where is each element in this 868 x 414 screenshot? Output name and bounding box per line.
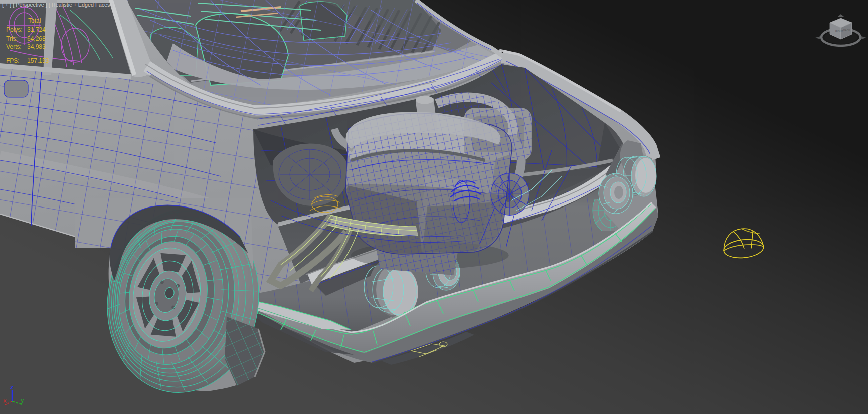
svg-text:Total: Total [28, 17, 41, 24]
svg-text:Polys:: Polys: [6, 26, 23, 33]
svg-text:157.153: 157.153 [27, 57, 49, 64]
svg-text:z: z [10, 383, 14, 391]
svg-text:BACK: BACK [843, 29, 850, 32]
svg-text:64,268: 64,268 [27, 35, 46, 42]
svg-text:x: x [3, 397, 7, 404]
svg-text:[ + ] [ Perspective ] [ Realis: [ + ] [ Perspective ] [ Realistic + Edge… [2, 2, 113, 8]
svg-text:31,724: 31,724 [27, 26, 46, 33]
svg-text:34,983: 34,983 [27, 43, 46, 50]
svg-text:FPS:: FPS: [6, 57, 20, 64]
svg-text:RIGHT: RIGHT [835, 30, 843, 33]
svg-text:Tris:: Tris: [6, 35, 18, 42]
svg-text:Verts:: Verts: [6, 43, 22, 50]
svg-text:y: y [21, 396, 24, 404]
